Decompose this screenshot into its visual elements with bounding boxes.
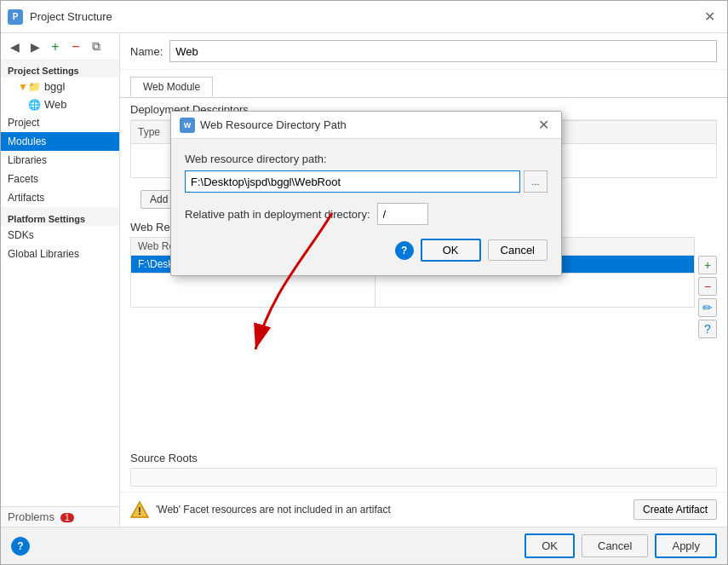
back-button[interactable]: ◀ [6,38,23,55]
content-area: ◀ ▶ + − ⧉ Project Settings ▼📁 bggl 🌐 Web [1,33,727,527]
dialog-buttons: ? OK Cancel [185,239,547,262]
sidebar-item-artifacts[interactable]: Artifacts [1,188,119,207]
remove-web-resource-button[interactable]: − [698,277,717,296]
sidebar-item-modules[interactable]: Modules [1,132,119,151]
dialog-input-row: ... [185,170,547,193]
module-icon: 🌐 [28,99,41,111]
title-bar-left: P Project Structure [8,9,112,25]
main-window: P Project Structure ✕ ◀ ▶ + − ⧉ Project … [0,0,728,565]
name-label: Name: [130,45,163,58]
dialog-title-left: W Web Resource Directory Path [180,118,347,133]
name-input[interactable] [169,40,717,62]
dialog-title-text: Web Resource Directory Path [200,118,347,131]
help-web-resource-button[interactable]: ? [698,320,717,338]
name-row: Name: [130,40,717,62]
sidebar-toolbar: ◀ ▶ + − ⧉ [1,33,119,61]
browse-button[interactable]: ... [524,170,547,193]
dialog-rel-input[interactable] [377,203,428,225]
main-panel: Name: Web Module Deployment Descriptors … [120,33,727,527]
help-button-bottom[interactable]: ? [11,537,30,556]
sidebar-tree: Project Settings ▼📁 bggl 🌐 Web Project M… [1,61,119,506]
sidebar-item-libraries[interactable]: Libraries [1,151,119,170]
dialog-title-bar: W Web Resource Directory Path ✕ [171,112,561,139]
sidebar-item-project[interactable]: Project [1,113,119,132]
dialog-cancel-button[interactable]: Cancel [488,239,547,261]
apply-button[interactable]: Apply [655,533,717,558]
tab-web-module[interactable]: Web Module [130,77,213,97]
warning-icon: ! [130,500,149,519]
bottom-bar-left: ? [11,537,518,556]
tabs-row: Web Module [130,77,717,97]
sidebar-item-global-libraries[interactable]: Global Libraries [1,245,119,263]
web-resource-buttons: + − ✏ ? [698,237,717,338]
title-bar: P Project Structure ✕ [1,1,727,33]
sidebar-item-facets[interactable]: Facets [1,170,119,188]
tree-item-bggl[interactable]: ▼📁 bggl [1,78,119,95]
dialog-rel-label: Relative path in deployment directory: [185,208,370,221]
svg-text:!: ! [138,504,141,517]
dialog-close-button[interactable]: ✕ [535,117,553,133]
source-roots-section: Source Roots [120,447,727,492]
dialog-icon: W [180,118,195,133]
tree-item-web[interactable]: 🌐 Web [1,95,119,113]
dialog-path-input[interactable] [185,170,520,193]
source-roots-bar [130,468,717,487]
remove-module-button[interactable]: − [67,38,84,55]
dialog-field-label: Web resource directory path: [185,153,547,165]
project-icon: P [8,9,23,25]
problems-count: 1 [60,513,74,522]
problems-tab[interactable]: Problems 1 [1,506,119,527]
sidebar-item-sdks[interactable]: SDKs [1,226,119,245]
forward-button[interactable]: ▶ [26,38,43,55]
platform-settings-label: Platform Settings [1,207,119,226]
bottom-bar: ? OK Cancel Apply [1,527,727,564]
warning-bar: ! 'Web' Facet resources are not included… [120,492,727,527]
dialog-help-button[interactable]: ? [395,241,414,260]
folder-icon: ▼📁 [18,81,41,93]
copy-module-button[interactable]: ⧉ [88,38,105,55]
dialog-ok-button[interactable]: OK [421,239,481,262]
add-web-resource-button[interactable]: + [698,256,717,274]
create-artifact-button[interactable]: Create Artifact [633,499,717,520]
add-module-button[interactable]: + [47,38,64,55]
warning-text: 'Web' Facet resources are not included i… [156,504,627,516]
problems-label: Problems [8,510,54,523]
project-settings-label: Project Settings [1,61,119,78]
source-roots-label: Source Roots [130,452,717,464]
ok-button[interactable]: OK [525,533,575,558]
window-close-button[interactable]: ✕ [699,7,720,26]
sidebar: ◀ ▶ + − ⧉ Project Settings ▼📁 bggl 🌐 Web [1,33,120,527]
dialog-rel-row: Relative path in deployment directory: [185,203,547,225]
web-resource-dialog: W Web Resource Directory Path ✕ Web reso… [170,111,562,276]
dialog-body: Web resource directory path: ... Relativ… [171,139,561,275]
tree-web-label: Web [44,98,67,111]
tree-bggl-label: bggl [44,80,66,93]
main-header: Name: [120,33,727,70]
cancel-button[interactable]: Cancel [582,534,648,557]
edit-web-resource-button[interactable]: ✏ [698,298,717,317]
window-title: Project Structure [30,10,112,23]
